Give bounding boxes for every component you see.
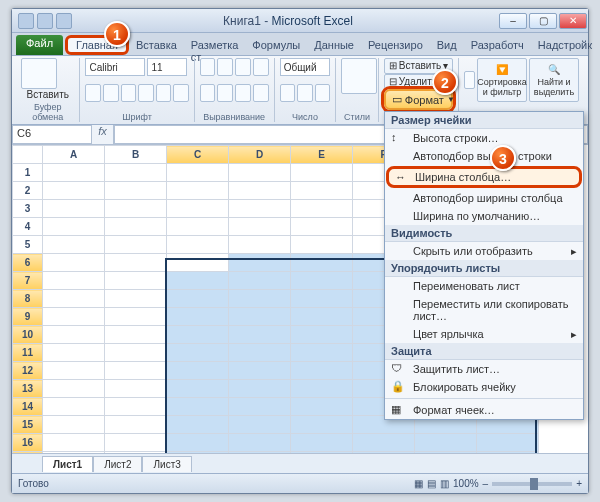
cell[interactable]: [167, 254, 229, 272]
save-icon[interactable]: [18, 13, 34, 29]
menu-lock-cell[interactable]: 🔒Блокировать ячейку: [385, 378, 583, 396]
tab-developer[interactable]: Разработч: [464, 35, 531, 55]
styles-icon[interactable]: [341, 58, 377, 94]
cell[interactable]: [105, 182, 167, 200]
menu-autofit-col[interactable]: Автоподбор ширины столбца: [385, 189, 583, 207]
cell[interactable]: [167, 164, 229, 182]
cell[interactable]: [43, 236, 105, 254]
cell[interactable]: [229, 218, 291, 236]
zoom-slider[interactable]: [492, 482, 572, 486]
align-middle-icon[interactable]: [217, 58, 233, 76]
cell[interactable]: [167, 218, 229, 236]
autosum-icon[interactable]: [464, 71, 475, 89]
row-header[interactable]: 6: [13, 254, 43, 272]
cell[interactable]: [105, 164, 167, 182]
cell[interactable]: [167, 236, 229, 254]
cell[interactable]: [43, 182, 105, 200]
cell[interactable]: [167, 416, 229, 434]
cell[interactable]: [105, 290, 167, 308]
currency-icon[interactable]: [280, 84, 296, 102]
cell[interactable]: [229, 326, 291, 344]
cell[interactable]: [105, 308, 167, 326]
font-color-icon[interactable]: [173, 84, 189, 102]
redo-icon[interactable]: [56, 13, 72, 29]
row-header[interactable]: 2: [13, 182, 43, 200]
row-header[interactable]: 12: [13, 362, 43, 380]
tab-page-layout[interactable]: Разметка ст: [184, 35, 246, 55]
cell[interactable]: [291, 200, 353, 218]
cell[interactable]: [43, 200, 105, 218]
cell[interactable]: [105, 434, 167, 452]
row-header[interactable]: 14: [13, 398, 43, 416]
col-header[interactable]: E: [291, 146, 353, 164]
tab-insert[interactable]: Вставка: [129, 35, 184, 55]
menu-tab-color[interactable]: Цвет ярлычка▸: [385, 325, 583, 343]
col-header[interactable]: C: [167, 146, 229, 164]
paste-label[interactable]: Вставить: [21, 89, 74, 100]
cell[interactable]: [353, 434, 415, 452]
cell[interactable]: [229, 200, 291, 218]
cell[interactable]: [415, 434, 477, 452]
row-header[interactable]: 11: [13, 344, 43, 362]
close-button[interactable]: ✕: [559, 13, 587, 29]
cell[interactable]: [167, 398, 229, 416]
cell[interactable]: [105, 416, 167, 434]
zoom-level[interactable]: 100%: [453, 478, 479, 489]
minimize-button[interactable]: –: [499, 13, 527, 29]
cell[interactable]: [229, 344, 291, 362]
view-normal-icon[interactable]: ▦: [414, 478, 423, 489]
cell[interactable]: [229, 398, 291, 416]
align-right-icon[interactable]: [235, 84, 251, 102]
cell[interactable]: [167, 344, 229, 362]
cell[interactable]: [105, 380, 167, 398]
cell[interactable]: [105, 326, 167, 344]
row-header[interactable]: 3: [13, 200, 43, 218]
paste-icon[interactable]: [21, 58, 57, 89]
menu-column-width[interactable]: ↔Ширина столбца…: [386, 166, 582, 188]
cell[interactable]: [229, 164, 291, 182]
cell[interactable]: [105, 344, 167, 362]
row-header[interactable]: 16: [13, 434, 43, 452]
cell[interactable]: [291, 344, 353, 362]
cell[interactable]: [229, 434, 291, 452]
cell[interactable]: [43, 434, 105, 452]
cell[interactable]: [291, 272, 353, 290]
menu-move-copy-sheet[interactable]: Переместить или скопировать лист…: [385, 295, 583, 325]
cell[interactable]: [291, 434, 353, 452]
zoom-in-button[interactable]: +: [576, 478, 582, 489]
sheet-tab-2[interactable]: Лист2: [93, 456, 142, 472]
cell[interactable]: [291, 182, 353, 200]
cell[interactable]: [43, 416, 105, 434]
cell[interactable]: [105, 218, 167, 236]
font-name-dropdown[interactable]: Calibri: [85, 58, 145, 76]
cell[interactable]: [477, 434, 539, 452]
align-left-icon[interactable]: [200, 84, 216, 102]
sort-filter-button[interactable]: 🔽 Сортировка и фильтр: [477, 58, 527, 102]
cell[interactable]: [229, 380, 291, 398]
row-header[interactable]: 1: [13, 164, 43, 182]
cell[interactable]: [43, 272, 105, 290]
cell[interactable]: [291, 290, 353, 308]
align-top-icon[interactable]: [200, 58, 216, 76]
cell[interactable]: [167, 326, 229, 344]
view-layout-icon[interactable]: ▤: [427, 478, 436, 489]
cell[interactable]: [291, 362, 353, 380]
menu-hide-unhide[interactable]: Скрыть или отобразить▸: [385, 242, 583, 260]
cell[interactable]: [291, 254, 353, 272]
row-header[interactable]: 15: [13, 416, 43, 434]
cell[interactable]: [291, 164, 353, 182]
menu-rename-sheet[interactable]: Переименовать лист: [385, 277, 583, 295]
tab-formulas[interactable]: Формулы: [245, 35, 307, 55]
menu-protect-sheet[interactable]: 🛡Защитить лист…: [385, 360, 583, 378]
tab-view[interactable]: Вид: [430, 35, 464, 55]
cell[interactable]: [167, 200, 229, 218]
comma-icon[interactable]: [315, 84, 331, 102]
cell[interactable]: [105, 254, 167, 272]
sheet-tab-3[interactable]: Лист3: [142, 456, 191, 472]
cell[interactable]: [43, 290, 105, 308]
cell[interactable]: [43, 218, 105, 236]
bold-icon[interactable]: [85, 84, 101, 102]
row-header[interactable]: 8: [13, 290, 43, 308]
cell[interactable]: [229, 362, 291, 380]
cell[interactable]: [43, 254, 105, 272]
